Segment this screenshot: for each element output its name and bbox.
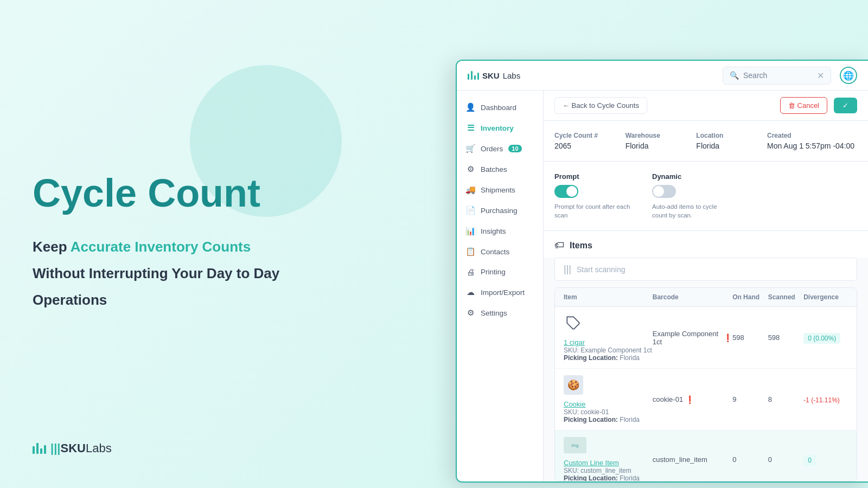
divergence-cell-2: -1 (-11.11%) (803, 395, 848, 404)
items-title: Items (570, 241, 592, 251)
insights-icon: 📊 (465, 226, 475, 236)
deco-circle (190, 65, 342, 217)
marketing-subtitle-1: Keep Accurate Inventory Counts (33, 236, 331, 258)
divergence-value-1: 0 (0.00%) (803, 333, 840, 344)
sidebar-item-batches[interactable]: ⚙ Batches (457, 159, 543, 179)
importexport-icon: ☁ (465, 287, 475, 297)
cycle-count-grid: Cycle Count # 2065 Warehouse Florida Loc… (554, 132, 857, 150)
search-input[interactable]: Search (743, 71, 767, 80)
table-row: 1 cigar SKU: Example Component 1ct Picki… (555, 307, 857, 369)
search-icon: 🔍 (730, 71, 739, 80)
sidebar-item-orders[interactable]: 🛒 Orders 10 (457, 138, 543, 159)
logo-bar-2 (36, 443, 39, 454)
sidebar-item-label: Shipments (481, 186, 515, 194)
search-bar[interactable]: 🔍 Search ✕ (723, 67, 831, 85)
back-to-cycle-counts-button[interactable]: ← Back to Cycle Counts (554, 97, 647, 114)
sidebar-item-shipments[interactable]: 🚚 Shipments (457, 179, 543, 200)
action-button[interactable]: ✓ (834, 98, 857, 113)
barcode-value-3: custom_line_item (653, 455, 707, 464)
barcode-scan-icon: ||| (564, 264, 571, 275)
cycle-count-warehouse: Warehouse Florida (626, 132, 686, 150)
onhand-cell-1: 598 (732, 333, 768, 342)
sidebar-item-label: Dashboard (481, 104, 516, 112)
app-logo: SKULabs (468, 71, 520, 80)
prompt-setting: Prompt Prompt for count after each scan (554, 172, 630, 220)
sidebar-item-importexport[interactable]: ☁ Import/Export (457, 282, 543, 303)
printing-icon: 🖨 (465, 267, 475, 277)
settings-icon: ⚙ (465, 308, 475, 318)
sidebar-item-label: Insights (481, 227, 506, 235)
logo-bars-icon (33, 443, 46, 454)
th-barcode: Barcode (653, 293, 732, 301)
cycle-number-label: Cycle Count # (554, 132, 615, 139)
sidebar-item-label: Printing (481, 268, 506, 276)
table-row: 🍪 Cookie SKU: cookie-01 Picking Location… (555, 369, 857, 431)
sidebar-item-dashboard[interactable]: 👤 Dashboard (457, 97, 543, 118)
orders-icon: 🛒 (465, 144, 475, 153)
created-label: Created (767, 132, 857, 139)
content-panel: ← Back to Cycle Counts 🗑 Cancel ✓ Cycle … (544, 91, 868, 481)
item-name-1[interactable]: 1 cigar (564, 338, 652, 346)
marketing-subtitle-3: Operations (33, 290, 331, 311)
search-clear-icon[interactable]: ✕ (817, 70, 824, 81)
marketing-logo: |||SKULabs (33, 441, 112, 455)
cycle-number-value: 2065 (554, 142, 615, 150)
main-area: 👤 Dashboard ☰ Inventory 🛒 Orders 10 ⚙ Ba… (457, 91, 868, 481)
sidebar-item-printing[interactable]: 🖨 Printing (457, 262, 543, 282)
sidebar-item-label: Import/Export (481, 288, 525, 297)
sidebar-item-insights[interactable]: 📊 Insights (457, 221, 543, 241)
app-bar-4 (477, 73, 479, 80)
th-scanned: Scanned (768, 293, 804, 301)
dynamic-label: Dynamic (652, 172, 728, 181)
location-value: Florida (696, 142, 756, 150)
sidebar-item-purchasing[interactable]: 📄 Purchasing (457, 200, 543, 221)
barcode-warning-2: ❗ (685, 395, 694, 404)
item-name-2[interactable]: Cookie (564, 400, 640, 408)
divergence-value-3: 0 (803, 455, 816, 466)
scan-bar[interactable]: ||| Start scanning (554, 258, 857, 281)
item-cell-1: 1 cigar SKU: Example Component 1ct Picki… (564, 313, 653, 362)
sidebar-item-label: Purchasing (481, 207, 518, 215)
table-header: Item Barcode On Hand Scanned Divergence (555, 288, 857, 307)
sidebar-item-settings[interactable]: ⚙ Settings (457, 303, 543, 323)
table-row: img Custom Line Item SKU: custom_line_it… (555, 431, 857, 481)
cancel-button[interactable]: 🗑 Cancel (780, 97, 827, 114)
app-bar-1 (468, 74, 469, 80)
item-cell-3: img Custom Line Item SKU: custom_line_it… (564, 437, 653, 481)
barcode-value-1: Example Component 1ct (653, 330, 721, 346)
sidebar-item-label: Settings (481, 309, 507, 317)
item-thumb-2: 🍪 (564, 375, 583, 395)
sidebar-item-label: Orders (481, 145, 503, 153)
divergence-value-2: -1 (-11.11%) (803, 396, 840, 404)
item-info-2: Cookie SKU: cookie-01 Picking Location: … (564, 400, 640, 423)
inventory-icon: ☰ (465, 123, 475, 133)
sidebar-item-inventory[interactable]: ☰ Inventory (457, 118, 543, 138)
scanned-cell-3: 0 (768, 455, 804, 464)
sidebar-item-label: Inventory (481, 124, 514, 132)
items-table: Item Barcode On Hand Scanned Divergence (554, 287, 857, 481)
prompt-toggle[interactable] (554, 185, 578, 198)
warehouse-label: Warehouse (626, 132, 686, 139)
marketing-area: Cycle Count Keep Accurate Inventory Coun… (0, 0, 363, 488)
app-bar-2 (471, 71, 473, 80)
item-name-3[interactable]: Custom Line Item (564, 459, 640, 467)
app-logo-text: SKU (482, 71, 500, 80)
globe-icon[interactable]: 🌐 (840, 67, 857, 84)
warehouse-value: Florida (626, 142, 686, 150)
barcode-cell-3: custom_line_item (653, 455, 732, 464)
sidebar-item-contacts[interactable]: 📋 Contacts (457, 241, 543, 262)
item-sku-1: SKU: Example Component 1ct (564, 346, 652, 354)
marketing-subtitle-2: Without Interrupting Your Day to Day (33, 263, 331, 284)
shipments-icon: 🚚 (465, 185, 475, 195)
cycle-count-number: Cycle Count # 2065 (554, 132, 615, 150)
app-bar-3 (474, 75, 476, 80)
barcode-cell-1: Example Component 1ct ❗ (653, 330, 732, 346)
item-location-1: Picking Location: Florida (564, 354, 652, 362)
logo-word: SKU (60, 441, 85, 455)
app-logo-labs: Labs (503, 71, 521, 80)
dynamic-toggle[interactable] (652, 185, 676, 198)
item-thumb-3: img (564, 437, 586, 453)
logo-bar-3 (40, 448, 42, 454)
onhand-cell-3: 0 (732, 455, 768, 464)
items-tag-icon: 🏷 (554, 240, 564, 251)
